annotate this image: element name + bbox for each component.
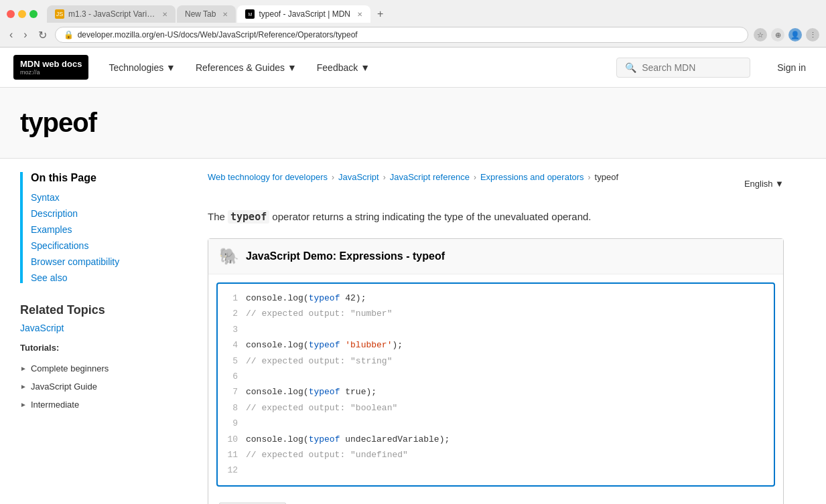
demo-box: 🐘 JavaScript Demo: Expressions - typeof … xyxy=(208,238,784,504)
related-topics-section: Related Topics JavaScript Tutorials: ► C… xyxy=(20,303,194,414)
code-line-9: 9 xyxy=(227,416,764,431)
browser-icons: ☆ ⊕ 👤 ⋮ xyxy=(754,28,819,41)
nav-links: Technologies ▼ References & Guides ▼ Fee… xyxy=(109,62,596,73)
forward-button[interactable]: › xyxy=(21,27,29,42)
code-line-12: 12 xyxy=(227,463,764,478)
tutorial-label-3: Intermediate xyxy=(31,400,79,410)
page-header: typeof xyxy=(0,88,826,159)
tab-favicon-3: M xyxy=(245,9,255,19)
references-menu[interactable]: References & Guides ▼ xyxy=(196,62,297,73)
new-tab-button[interactable]: + xyxy=(372,5,389,23)
page-intro: The typeof operator returns a string ind… xyxy=(208,209,784,225)
line-code-9 xyxy=(246,416,251,431)
arrow-icon-3: ► xyxy=(20,401,27,408)
tab-close-2[interactable]: ✕ xyxy=(222,11,228,18)
code-line-5: 5 // expected output: "string" xyxy=(227,353,764,369)
demo-buttons: Run › Reset xyxy=(208,495,783,504)
line-code-5: // expected output: "string" xyxy=(246,353,392,369)
code-line-4: 4 console.log(typeof 'blubber'); xyxy=(227,337,764,353)
mdn-logo-text: MDN web docs xyxy=(20,59,82,70)
maximize-window-button[interactable] xyxy=(29,10,38,18)
feedback-menu[interactable]: Feedback ▼ xyxy=(317,62,370,73)
sidebar-link-browser-compat[interactable]: Browser compatibility xyxy=(31,256,194,267)
language-select[interactable]: English ▼ xyxy=(744,179,784,189)
tutorials-section: ► Complete beginners ► JavaScript Guide … xyxy=(20,359,194,414)
line-num-2: 2 xyxy=(227,306,238,321)
sidebar-link-description[interactable]: Description xyxy=(31,208,194,219)
sidebar-link-see-also[interactable]: See also xyxy=(31,272,194,283)
minimize-window-button[interactable] xyxy=(18,10,26,18)
tab-close-3[interactable]: ✕ xyxy=(357,11,362,18)
line-code-6 xyxy=(246,369,251,384)
related-topics-title: Related Topics xyxy=(20,303,194,317)
tab-1[interactable]: JS m1.3 - JavaScript Variables - ✕ xyxy=(47,5,176,23)
menu-icon[interactable]: ⋮ xyxy=(806,28,819,41)
mdn-logo[interactable]: MDN web docs moz://a xyxy=(13,55,88,80)
technologies-menu[interactable]: Technologies ▼ xyxy=(109,62,175,73)
line-num-8: 8 xyxy=(227,400,238,416)
search-bar[interactable]: 🔍 xyxy=(616,58,750,78)
close-window-button[interactable] xyxy=(7,10,15,18)
tab-close-1[interactable]: ✕ xyxy=(162,11,167,18)
reload-button[interactable]: ↻ xyxy=(36,27,50,43)
line-code-1: console.log(typeof 42); xyxy=(246,290,366,306)
sign-in-button[interactable]: Sign in xyxy=(770,62,813,73)
profile-icon[interactable]: 👤 xyxy=(788,28,802,41)
sidebar-link-specifications[interactable]: Specifications xyxy=(31,240,194,251)
tutorial-intermediate[interactable]: ► Intermediate xyxy=(20,396,194,414)
on-this-page-title: On this Page xyxy=(31,172,194,184)
demo-header: 🐘 JavaScript Demo: Expressions - typeof xyxy=(208,239,783,274)
page-title: typeof xyxy=(20,108,806,138)
line-num-11: 11 xyxy=(227,447,238,463)
related-link-javascript[interactable]: JavaScript xyxy=(20,323,64,333)
tutorial-label-1: Complete beginners xyxy=(31,363,109,373)
breadcrumb-expressions[interactable]: Expressions and operators xyxy=(480,172,584,182)
line-num-6: 6 xyxy=(227,369,238,384)
intro-before: The xyxy=(208,211,228,222)
bookmark-icon[interactable]: ☆ xyxy=(754,28,767,41)
breadcrumb-javascript[interactable]: JavaScript xyxy=(338,172,379,182)
sidebar-link-examples[interactable]: Examples xyxy=(31,224,194,235)
browser-chrome: JS m1.3 - JavaScript Variables - ✕ New T… xyxy=(0,0,826,48)
tab-favicon-1: JS xyxy=(55,9,64,19)
browser-titlebar: JS m1.3 - JavaScript Variables - ✕ New T… xyxy=(0,0,826,23)
breadcrumb-current: typeof xyxy=(595,172,618,182)
line-code-3 xyxy=(246,322,251,337)
demo-title: JavaScript Demo: Expressions - typeof xyxy=(246,250,445,262)
search-input[interactable] xyxy=(642,62,736,73)
line-code-2: // expected output: "number" xyxy=(246,306,392,321)
back-button[interactable]: ‹ xyxy=(7,27,15,42)
tab-label-2: New Tab xyxy=(185,9,216,19)
elephant-icon: 🐘 xyxy=(219,247,239,266)
address-text: developer.mozilla.org/en-US/docs/Web/Jav… xyxy=(78,30,740,39)
intro-code: typeof xyxy=(228,210,269,224)
arrow-icon-1: ► xyxy=(20,365,27,372)
traffic-lights xyxy=(7,10,38,18)
sidebar-link-syntax[interactable]: Syntax xyxy=(31,192,194,203)
line-num-3: 3 xyxy=(227,322,238,337)
tab-3[interactable]: M typeof - JavaScript | MDN ✕ xyxy=(237,5,370,23)
code-line-1: 1 console.log(typeof 42); xyxy=(227,290,764,306)
extensions-icon[interactable]: ⊕ xyxy=(771,28,784,41)
search-icon: 🔍 xyxy=(625,62,636,73)
code-block: 1 console.log(typeof 42); 2 // expected … xyxy=(216,282,775,487)
intro-after: operator returns a string indicating the… xyxy=(269,211,591,222)
address-bar[interactable]: 🔒 developer.mozilla.org/en-US/docs/Web/J… xyxy=(55,27,748,43)
line-code-8: // expected output: "boolean" xyxy=(246,400,397,416)
main-content: Web technology for developers › JavaScri… xyxy=(208,172,784,504)
tutorial-beginners[interactable]: ► Complete beginners xyxy=(20,359,194,377)
breadcrumb-web-tech[interactable]: Web technology for developers xyxy=(208,172,328,182)
line-num-5: 5 xyxy=(227,353,238,369)
sidebar: On this Page Syntax Description Examples… xyxy=(20,172,194,504)
sidebar-links: Syntax Description Examples Specificatio… xyxy=(31,192,194,283)
breadcrumb-sep-1: › xyxy=(332,173,334,182)
line-code-7: console.log(typeof true); xyxy=(246,384,376,400)
code-line-2: 2 // expected output: "number" xyxy=(227,306,764,321)
breadcrumb: Web technology for developers › JavaScri… xyxy=(208,172,618,182)
breadcrumb-js-reference[interactable]: JavaScript reference xyxy=(390,172,470,182)
content-area: On this Page Syntax Description Examples… xyxy=(0,159,804,504)
code-line-7: 7 console.log(typeof true); xyxy=(227,384,764,400)
tutorial-guide[interactable]: ► JavaScript Guide xyxy=(20,377,194,396)
breadcrumb-row: Web technology for developers › JavaScri… xyxy=(208,172,784,195)
tab-2[interactable]: New Tab ✕ xyxy=(177,5,236,23)
